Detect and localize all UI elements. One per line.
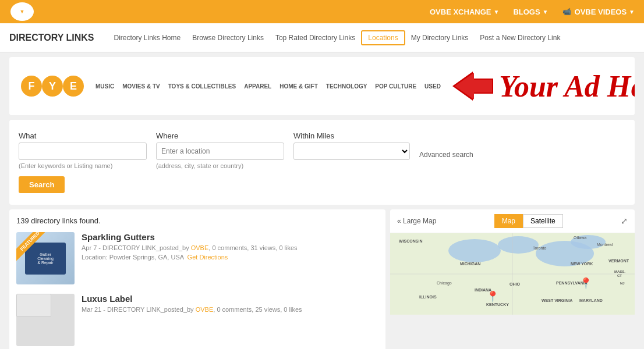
what-label: What — [19, 131, 147, 140]
listing-info-1: Sparkling Gutters Apr 7 - DIRECTORY LINK… — [82, 232, 378, 261]
ovbe-videos-label: OVBE VIDEOS — [575, 8, 627, 16]
search-button[interactable]: Search — [19, 176, 65, 193]
svg-text:📍: 📍 — [579, 277, 593, 290]
listing-title[interactable]: Sparkling Gutters — [82, 232, 378, 242]
map-tab-map[interactable]: Map — [494, 214, 523, 228]
listing-posted-by-2[interactable]: OVBE — [196, 306, 214, 313]
chevron-down-icon: ▼ — [493, 9, 499, 15]
top-nav: ▼ OVBE XCHANGE ▼ BLOGS ▼ 📹 OVBE VIDEOS ▼ — [0, 0, 644, 23]
svg-text:Ottawa: Ottawa — [574, 236, 586, 240]
listing-likes-2: 0 likes — [284, 306, 302, 313]
map-svg: WISCONSIN MICHIGAN Toronto Ottawa Montre… — [390, 233, 635, 315]
banner-nav-used[interactable]: USED — [424, 83, 441, 90]
secondary-nav-title: DIRECTORY LINKS — [9, 33, 94, 43]
logo[interactable]: ▼ — [9, 2, 35, 21]
banner-nav-home-gift[interactable]: HOME & GIFT — [279, 83, 318, 90]
svg-text:OHIO: OHIO — [509, 282, 520, 286]
map-header: « Large Map Map Satellite ⤢ — [390, 209, 635, 233]
map-tab-satellite[interactable]: Satellite — [523, 214, 563, 228]
fye-e-letter: E — [63, 76, 84, 97]
within-label: Within Miles — [293, 131, 410, 140]
advanced-search-link[interactable]: Advanced search — [419, 151, 473, 159]
chevron-down-icon: ▼ — [629, 9, 635, 15]
banner-nav-apparel[interactable]: APPAREL — [244, 83, 271, 90]
svg-text:📍: 📍 — [486, 290, 500, 303]
secondary-nav-top-rated[interactable]: Top Rated Directory Links — [270, 34, 361, 42]
listing-type-2: DIRECTORY LINK — [107, 306, 161, 313]
svg-point-3 — [448, 239, 501, 262]
where-field-group: Where (address, city, state or country) — [156, 131, 284, 169]
banner: F Y E MUSIC MOVIES & TV TOYS & COLLECTIB… — [9, 57, 635, 115]
listing-date-2: Mar 21 — [82, 306, 101, 313]
listing-info-2: Luxus Label Mar 21 - DIRECTORY LINK_post… — [82, 294, 378, 315]
top-nav-links: OVBE XCHANGE ▼ BLOGS ▼ 📹 OVBE VIDEOS ▼ — [430, 8, 635, 16]
secondary-nav-post-new[interactable]: Post a New Directory Link — [474, 34, 566, 42]
banner-nav-music[interactable]: MUSIC — [95, 83, 114, 90]
results-section: 139 directory links found. GutterCleanin… — [9, 209, 635, 349]
fye-f-letter: F — [21, 76, 42, 97]
what-field-group: What (Enter keywords or Listing name) — [19, 131, 147, 169]
what-input[interactable] — [19, 143, 147, 160]
banner-nav-toys[interactable]: TOYS & COLLECTIBLES — [168, 83, 236, 90]
listing-date: Apr 7 — [82, 244, 97, 251]
ovbe-xchange-label: OVBE XCHANGE — [430, 8, 491, 16]
banner-ad[interactable]: Your Ad Here — [452, 69, 635, 104]
svg-text:WEST VIRGINIA: WEST VIRGINIA — [542, 298, 572, 302]
secondary-nav-browse[interactable]: Browse Directory Links — [186, 34, 270, 42]
chevron-down-icon: ▼ — [543, 9, 549, 15]
svg-text:VERMONT: VERMONT — [608, 259, 629, 263]
where-label: Where — [156, 131, 284, 140]
expand-map-icon[interactable]: ⤢ — [621, 216, 628, 226]
banner-nav-technology[interactable]: TECHNOLOGY — [326, 83, 367, 90]
svg-point-4 — [498, 236, 539, 254]
map-container: WISCONSIN MICHIGAN Toronto Ottawa Montre… — [390, 233, 635, 315]
svg-text:KENTUCKY: KENTUCKY — [486, 302, 509, 307]
where-input[interactable] — [156, 143, 284, 160]
listing-title-2[interactable]: Luxus Label — [82, 294, 378, 304]
what-hint: (Enter keywords or Listing name) — [19, 162, 147, 169]
list-item: GutterCleaning& Repair FEATURED Sparklin… — [16, 232, 378, 284]
map-tabs: Map Satellite — [494, 214, 563, 228]
listing-comments: 0 comments — [212, 244, 247, 251]
thumb-screen: GutterCleaning& Repair — [25, 243, 66, 275]
ovbe-videos-link[interactable]: 📹 OVBE VIDEOS ▼ — [562, 8, 635, 16]
arrow-icon — [452, 72, 493, 101]
blogs-label: BLOGS — [513, 8, 540, 16]
secondary-nav-locations[interactable]: Locations — [361, 30, 405, 45]
ovbe-xchange-link[interactable]: OVBE XCHANGE ▼ — [430, 8, 499, 16]
banner-nav-pop-culture[interactable]: POP CULTURE — [375, 83, 416, 90]
listing-comments-2: 0 comments — [217, 306, 252, 313]
svg-text:NJ: NJ — [620, 282, 625, 285]
search-section: What (Enter keywords or Listing name) Wh… — [9, 120, 635, 205]
svg-text:Toronto: Toronto — [533, 246, 546, 250]
banner-logo[interactable]: F Y E — [21, 76, 84, 97]
ad-text: Your Ad Here — [499, 69, 635, 104]
within-field-group: Within Miles 5 miles 10 miles 25 miles 5… — [293, 131, 410, 160]
listing-posted-by[interactable]: OVBE — [191, 244, 209, 251]
listing-location: Location: Powder Springs, GA, USA Get Di… — [82, 254, 378, 261]
secondary-nav-home[interactable]: Directory Links Home — [108, 34, 187, 42]
secondary-nav-my-links[interactable]: My Directory Links — [405, 34, 475, 42]
svg-text:CT: CT — [617, 274, 622, 277]
svg-marker-1 — [455, 73, 492, 99]
listing-likes: 0 likes — [279, 244, 297, 251]
svg-text:MICHIGAN: MICHIGAN — [460, 262, 480, 266]
logo-text: ▼ — [20, 9, 25, 15]
listing-meta: Apr 7 - DIRECTORY LINK_posted_by OVBE, 0… — [82, 244, 378, 251]
listing-meta-2: Mar 21 - DIRECTORY LINK_posted_by OVBE, … — [82, 306, 378, 313]
listing-thumbnail-2 — [16, 294, 75, 346]
svg-text:WISCONSIN: WISCONSIN — [399, 239, 422, 243]
svg-text:ILLINOIS: ILLINOIS — [419, 295, 437, 299]
thumb-placeholder-2 — [16, 294, 51, 317]
listing-thumbnail: GutterCleaning& Repair FEATURED — [16, 232, 75, 284]
within-select[interactable]: 5 miles 10 miles 25 miles 50 miles 100 m… — [293, 143, 410, 160]
svg-text:MARYLAND: MARYLAND — [579, 298, 603, 302]
listing-views-2: 25 views — [255, 306, 280, 313]
get-directions-link[interactable]: Get Directions — [187, 254, 228, 261]
banner-nav-movies[interactable]: MOVIES & TV — [122, 83, 160, 90]
blogs-link[interactable]: BLOGS ▼ — [513, 8, 548, 16]
fye-y-letter: Y — [42, 76, 63, 97]
large-map-link[interactable]: « Large Map — [397, 217, 436, 225]
svg-text:Chicago: Chicago — [437, 281, 452, 286]
list-item: Luxus Label Mar 21 - DIRECTORY LINK_post… — [16, 294, 378, 346]
